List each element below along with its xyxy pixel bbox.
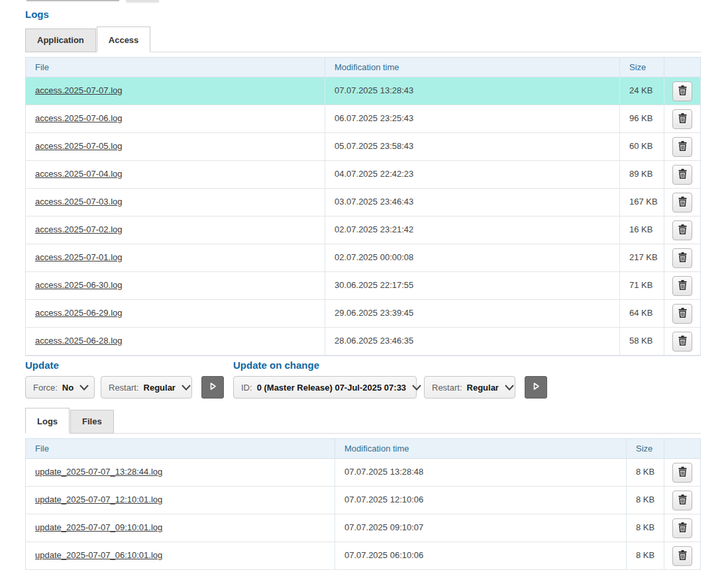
modification-time: 28.06.2025 23:46:35 — [325, 328, 620, 355]
table-row: access.2025-07-06.log 06.07.2025 23:25:4… — [26, 105, 700, 133]
log-file-link[interactable]: access.2025-07-06.log — [35, 113, 123, 123]
release-id-select-value: 0 (Master Release) 07-Jul-2025 07:33 — [257, 383, 406, 393]
trash-icon — [678, 522, 687, 534]
tab-access[interactable]: Access — [97, 26, 151, 52]
file-size: 8 KB — [627, 459, 664, 486]
update-section-title: Update — [25, 359, 59, 371]
trash-icon — [678, 141, 687, 153]
update-on-change-section-title: Update on change — [233, 359, 319, 371]
log-file-link[interactable]: access.2025-07-05.log — [35, 141, 123, 151]
log-file-link[interactable]: access.2025-07-02.log — [35, 224, 123, 234]
column-header-file[interactable]: File — [26, 58, 325, 77]
force-select-value: No — [62, 383, 74, 393]
delete-log-button[interactable] — [672, 463, 692, 483]
log-file-link[interactable]: access.2025-07-04.log — [35, 169, 123, 179]
file-size: 8 KB — [627, 487, 664, 514]
file-size: 16 KB — [620, 216, 664, 244]
log-file-link[interactable]: update_2025-07-07_06:10:01.log — [35, 550, 162, 560]
restart-on-change-select-label: Restart: — [432, 383, 462, 393]
modification-time: 07.07.2025 12:10:06 — [335, 487, 627, 514]
log-file-link[interactable]: access.2025-06-29.log — [35, 308, 123, 318]
modification-time: 30.06.2025 22:17:55 — [325, 272, 620, 299]
column-header-size[interactable]: Size — [627, 439, 664, 458]
truncated-button-remnant — [126, 0, 159, 2]
table-row: update_2025-07-07_12:10:01.log 07.07.202… — [26, 487, 700, 514]
delete-log-button[interactable] — [672, 137, 692, 157]
table-row: access.2025-07-01.log 02.07.2025 00:00:0… — [26, 244, 700, 272]
log-file-link[interactable]: access.2025-07-03.log — [35, 197, 123, 207]
trash-icon — [678, 113, 687, 125]
log-file-link[interactable]: access.2025-06-30.log — [35, 280, 123, 290]
file-size: 64 KB — [620, 300, 664, 327]
column-header-modification-time[interactable]: Modification time — [335, 439, 627, 458]
modification-time: 07.07.2025 06:10:06 — [335, 542, 627, 569]
table-row: access.2025-06-30.log 30.06.2025 22:17:5… — [26, 272, 700, 300]
truncated-input-remnant — [26, 0, 119, 1]
trash-icon — [678, 308, 687, 320]
modification-time: 07.07.2025 13:28:48 — [335, 459, 627, 486]
table-row: access.2025-06-29.log 29.06.2025 23:39:4… — [26, 300, 700, 328]
logs-section-title: Logs — [25, 9, 49, 20]
delete-log-button[interactable] — [672, 109, 692, 129]
trash-icon — [678, 280, 687, 292]
modification-time: 03.07.2025 23:46:43 — [325, 189, 620, 216]
chevron-down-icon — [406, 385, 421, 391]
table-row: access.2025-07-03.log 03.07.2025 23:46:4… — [26, 189, 700, 216]
trash-icon — [678, 252, 687, 264]
delete-log-button[interactable] — [672, 248, 692, 268]
file-size: 60 KB — [620, 133, 664, 160]
update-logs-tabbar: Logs Files — [25, 408, 701, 434]
file-size: 58 KB — [620, 328, 664, 355]
trash-icon — [678, 467, 687, 479]
table-row: access.2025-07-07.log 07.07.2025 13:28:4… — [26, 77, 700, 105]
delete-log-button[interactable] — [672, 165, 692, 185]
modification-time: 29.06.2025 23:39:45 — [325, 300, 620, 327]
file-size: 217 KB — [620, 244, 664, 271]
delete-log-button[interactable] — [672, 546, 692, 566]
run-update-button[interactable] — [201, 376, 224, 399]
trash-icon — [678, 336, 687, 348]
log-file-link[interactable]: update_2025-07-07_13:28:44.log — [35, 467, 162, 477]
column-header-size[interactable]: Size — [620, 58, 664, 77]
table-row: access.2025-06-28.log 28.06.2025 23:46:3… — [26, 328, 700, 356]
log-file-link[interactable]: access.2025-06-28.log — [35, 336, 123, 346]
file-size: 24 KB — [620, 77, 664, 105]
column-header-modification-time[interactable]: Modification time — [325, 58, 620, 77]
delete-log-button[interactable] — [672, 276, 692, 296]
modification-time: 05.07.2025 23:58:43 — [325, 133, 620, 160]
delete-log-button[interactable] — [672, 332, 692, 352]
delete-log-button[interactable] — [672, 220, 692, 240]
chevron-down-icon — [499, 385, 514, 391]
trash-icon — [678, 85, 687, 97]
file-size: 8 KB — [627, 542, 664, 569]
delete-log-button[interactable] — [672, 81, 692, 101]
file-size: 96 KB — [620, 105, 664, 132]
table-row: access.2025-07-04.log 04.07.2025 22:42:2… — [26, 161, 700, 189]
chevron-down-icon — [176, 385, 191, 391]
tab-application[interactable]: Application — [25, 28, 96, 52]
column-header-actions — [664, 439, 700, 458]
modification-time: 02.07.2025 00:00:08 — [325, 244, 620, 271]
restart-select[interactable]: Restart: Regular — [101, 376, 192, 399]
log-file-link[interactable]: update_2025-07-07_12:10:01.log — [35, 495, 162, 504]
log-file-link[interactable]: update_2025-07-07_09:10:01.log — [35, 522, 162, 532]
force-select[interactable]: Force: No — [25, 376, 95, 399]
log-file-link[interactable]: access.2025-07-07.log — [35, 85, 123, 95]
delete-log-button[interactable] — [672, 304, 692, 324]
table-row: access.2025-07-05.log 05.07.2025 23:58:4… — [26, 133, 700, 161]
tab-logs[interactable]: Logs — [25, 408, 70, 434]
delete-log-button[interactable] — [672, 518, 692, 538]
restart-select-label: Restart: — [109, 383, 139, 393]
delete-log-button[interactable] — [672, 193, 692, 213]
tab-files[interactable]: Files — [70, 410, 114, 434]
play-icon — [532, 382, 541, 393]
restart-on-change-select[interactable]: Restart: Regular — [424, 376, 515, 399]
column-header-file[interactable]: File — [26, 439, 335, 458]
log-file-link[interactable]: access.2025-07-01.log — [35, 252, 123, 262]
modification-time: 07.07.2025 13:28:43 — [325, 77, 620, 105]
run-update-on-change-button[interactable] — [525, 376, 547, 399]
delete-log-button[interactable] — [672, 491, 692, 510]
file-size: 167 KB — [620, 189, 664, 216]
release-id-select[interactable]: ID: 0 (Master Release) 07-Jul-2025 07:33 — [233, 376, 417, 399]
update-logs-table: File Modification time Size update_2025-… — [25, 438, 701, 570]
